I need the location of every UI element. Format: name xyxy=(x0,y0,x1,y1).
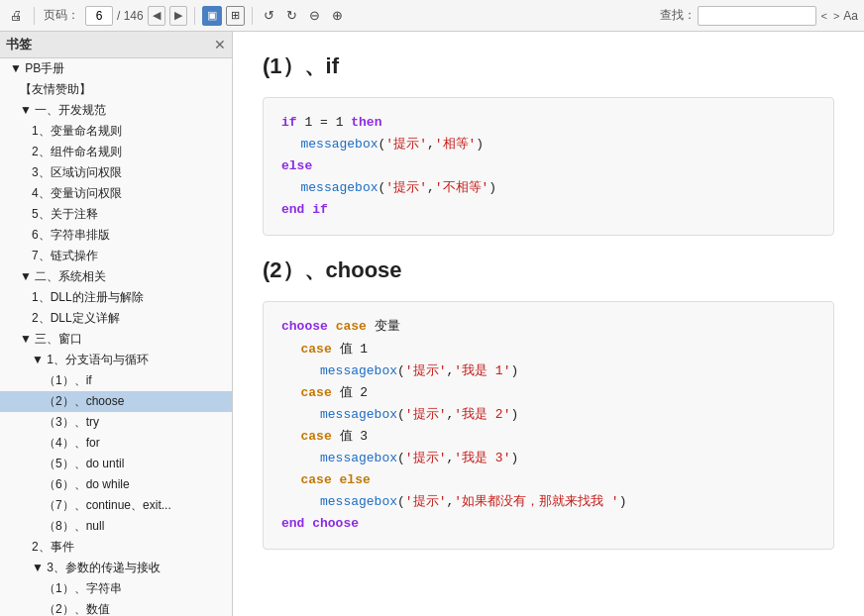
sidebar-item-3-1-7[interactable]: （7）、continue、exit... xyxy=(0,495,232,516)
choose-line-8: case else xyxy=(281,469,815,491)
next-result-button[interactable]: > xyxy=(831,10,841,22)
sidebar-item-1-4[interactable]: 4、变量访问权限 xyxy=(0,183,232,204)
section1-number: (1）、if xyxy=(263,53,339,78)
choose-line-4: case 值 2 xyxy=(281,382,815,404)
code-block-choose: choose case 变量 case 值 1 messagebox('提示',… xyxy=(263,301,834,550)
sidebar-header: 书签 ✕ xyxy=(0,32,232,58)
sidebar-item-3-2[interactable]: 2、事件 xyxy=(0,537,232,558)
code-line-5: end if xyxy=(281,199,815,221)
sidebar-item-youqing[interactable]: 【友情赞助】 xyxy=(0,79,232,100)
separator xyxy=(34,7,35,25)
sidebar-item-3-1-1[interactable]: （1）、if xyxy=(0,370,232,391)
sidebar-item-2-1[interactable]: 1、DLL的注册与解除 xyxy=(0,287,232,308)
rotate-left-button[interactable]: ↺ xyxy=(260,6,278,25)
sidebar-title: 书签 xyxy=(6,36,32,53)
sidebar-close-button[interactable]: ✕ xyxy=(214,37,226,52)
toolbar: 🖨 页码： / 146 ◀ ▶ ▣ ⊞ ↺ ↻ ⊖ ⊕ 查找： < > Aa xyxy=(0,0,864,32)
sidebar-item-3-1-5[interactable]: （5）、do until xyxy=(0,454,232,474)
choose-line-9: messagebox('提示','如果都没有，那就来找我 ') xyxy=(281,491,815,513)
prev-result-button[interactable]: < xyxy=(818,10,828,22)
separator3 xyxy=(252,7,253,25)
code-line-4: messagebox('提示','不相等') xyxy=(281,177,815,199)
page-label: 页码： xyxy=(44,7,79,24)
main-area: 书签 ✕ ▼ PB手册 【友情赞助】 ▼ 一、开发规范 1、变量命名规则 2、组… xyxy=(0,32,864,616)
content-area: (1）、if if 1 = 1 then messagebox('提示','相等… xyxy=(233,32,864,616)
sidebar-item-3-1-2[interactable]: （2）、choose xyxy=(0,391,232,412)
sidebar-item-1-2[interactable]: 2、组件命名规则 xyxy=(0,142,232,162)
rotate-right-button[interactable]: ↻ xyxy=(282,6,301,25)
sidebar-item-3-1-3[interactable]: （3）、try xyxy=(0,412,232,433)
next-page-button[interactable]: ▶ xyxy=(169,6,187,26)
page-total: / 146 xyxy=(117,9,144,23)
sidebar-item-two[interactable]: ▼ 二、系统相关 xyxy=(0,266,232,287)
search-label: 查找： xyxy=(660,7,696,24)
sidebar-item-3-3-1[interactable]: （1）、字符串 xyxy=(0,578,232,599)
section2-number: (2）、choose xyxy=(263,257,402,282)
sidebar-item-3-1-8[interactable]: （8）、null xyxy=(0,516,232,537)
choose-line-7: messagebox('提示','我是 3') xyxy=(281,448,815,469)
zoom-out-button[interactable]: ⊖ xyxy=(305,6,324,25)
aa-button[interactable]: Aa xyxy=(843,9,858,23)
sidebar: 书签 ✕ ▼ PB手册 【友情赞助】 ▼ 一、开发规范 1、变量命名规则 2、组… xyxy=(0,32,233,616)
single-page-view-button[interactable]: ▣ xyxy=(202,6,222,26)
separator2 xyxy=(194,7,195,25)
section1-title: (1）、if xyxy=(263,51,834,81)
choose-line-1: choose case 变量 xyxy=(281,316,815,338)
sidebar-content[interactable]: ▼ PB手册 【友情赞助】 ▼ 一、开发规范 1、变量命名规则 2、组件命名规则… xyxy=(0,58,232,616)
choose-line-10: end choose xyxy=(281,513,815,535)
sidebar-item-1-7[interactable]: 7、链式操作 xyxy=(0,246,232,266)
choose-line-2: case 值 1 xyxy=(281,339,815,360)
sidebar-item-2-2[interactable]: 2、DLL定义详解 xyxy=(0,308,232,329)
prev-page-button[interactable]: ◀ xyxy=(148,6,165,26)
code-line-2: messagebox('提示','相等') xyxy=(281,134,815,155)
choose-line-6: case 值 3 xyxy=(281,426,815,448)
sidebar-item-1-6[interactable]: 6、字符串排版 xyxy=(0,225,232,246)
code-block-if: if 1 = 1 then messagebox('提示','相等') else… xyxy=(263,97,834,236)
sidebar-item-1-5[interactable]: 5、关于注释 xyxy=(0,204,232,225)
print-button[interactable]: 🖨 xyxy=(6,6,27,25)
sidebar-item-1-3[interactable]: 3、区域访问权限 xyxy=(0,162,232,183)
sidebar-item-one[interactable]: ▼ 一、开发规范 xyxy=(0,100,232,121)
choose-line-5: messagebox('提示','我是 2') xyxy=(281,404,815,426)
sidebar-item-3-3[interactable]: ▼ 3、参数的传递与接收 xyxy=(0,558,232,578)
section2-title: (2）、choose xyxy=(263,256,834,285)
search-input[interactable] xyxy=(698,6,816,26)
sidebar-item-3-3-2[interactable]: （2）、数值 xyxy=(0,599,232,616)
zoom-in-button[interactable]: ⊕ xyxy=(328,6,347,25)
choose-line-3: messagebox('提示','我是 1') xyxy=(281,360,815,382)
sidebar-item-3-1-6[interactable]: （6）、do while xyxy=(0,474,232,495)
sidebar-item-3-1-4[interactable]: （4）、for xyxy=(0,433,232,454)
search-box: 查找： < > Aa xyxy=(660,6,858,26)
code-line-3: else xyxy=(281,155,815,177)
code-line-1: if 1 = 1 then xyxy=(281,112,815,134)
sidebar-item-1-1[interactable]: 1、变量命名规则 xyxy=(0,121,232,142)
double-page-view-button[interactable]: ⊞ xyxy=(226,6,245,26)
sidebar-item-pb[interactable]: ▼ PB手册 xyxy=(0,58,232,79)
page-input[interactable] xyxy=(85,6,113,26)
sidebar-item-three[interactable]: ▼ 三、窗口 xyxy=(0,329,232,350)
sidebar-item-3-1[interactable]: ▼ 1、分支语句与循环 xyxy=(0,350,232,370)
